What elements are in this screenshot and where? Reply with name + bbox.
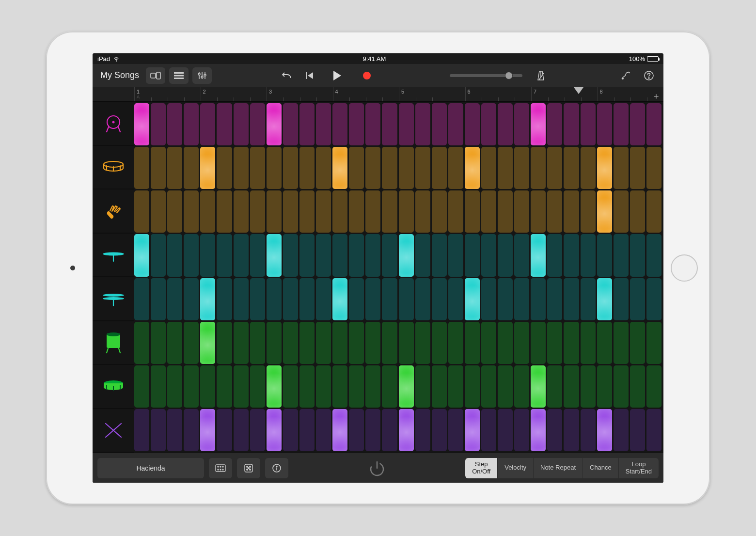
step-cell[interactable] bbox=[365, 103, 380, 145]
step-cell[interactable] bbox=[531, 409, 546, 451]
step-cell[interactable] bbox=[365, 278, 380, 320]
step-cell[interactable] bbox=[234, 365, 249, 408]
volume-slider[interactable] bbox=[445, 67, 527, 84]
step-cell[interactable] bbox=[349, 190, 364, 233]
step-cell[interactable] bbox=[382, 190, 397, 233]
step-cell[interactable] bbox=[514, 190, 529, 233]
step-cell[interactable] bbox=[432, 103, 447, 145]
step-cell[interactable] bbox=[134, 147, 149, 189]
step-cell[interactable] bbox=[184, 322, 199, 364]
mode-tab[interactable]: Note Repeat bbox=[534, 458, 583, 478]
settings-button[interactable] bbox=[616, 67, 635, 84]
step-cell[interactable] bbox=[283, 147, 298, 189]
step-cell[interactable] bbox=[481, 365, 496, 408]
info-button[interactable] bbox=[265, 458, 288, 478]
step-cell[interactable] bbox=[283, 234, 298, 276]
step-cell[interactable] bbox=[365, 190, 380, 233]
step-cell[interactable] bbox=[630, 322, 645, 364]
step-cell[interactable] bbox=[564, 147, 579, 189]
kick-icon[interactable] bbox=[93, 102, 134, 146]
step-cell[interactable] bbox=[151, 322, 166, 364]
step-cell[interactable] bbox=[283, 322, 298, 364]
step-cell[interactable] bbox=[151, 190, 166, 233]
step-cell[interactable] bbox=[217, 234, 232, 276]
step-cell[interactable] bbox=[646, 103, 662, 145]
step-cell[interactable] bbox=[134, 234, 149, 276]
step-cell[interactable] bbox=[399, 409, 414, 451]
step-cell[interactable] bbox=[432, 234, 447, 276]
power-button[interactable] bbox=[363, 455, 391, 482]
step-cell[interactable] bbox=[267, 322, 282, 364]
step-cell[interactable] bbox=[184, 234, 199, 276]
step-cell[interactable] bbox=[564, 409, 579, 451]
step-cell[interactable] bbox=[399, 365, 414, 408]
step-cell[interactable] bbox=[365, 365, 380, 408]
step-cell[interactable] bbox=[267, 278, 282, 320]
step-cell[interactable] bbox=[531, 147, 546, 189]
step-cell[interactable] bbox=[151, 234, 166, 276]
step-cell[interactable] bbox=[614, 234, 629, 276]
step-cell[interactable] bbox=[184, 278, 199, 320]
home-button[interactable] bbox=[671, 254, 698, 282]
step-cell[interactable] bbox=[283, 365, 298, 408]
goto-start-button[interactable] bbox=[300, 67, 320, 84]
mode-tab[interactable]: StepOn/Off bbox=[465, 458, 498, 478]
mode-tab[interactable]: LoopStart/End bbox=[619, 458, 659, 478]
step-cell[interactable] bbox=[514, 365, 529, 408]
step-cell[interactable] bbox=[481, 147, 496, 189]
step-cell[interactable] bbox=[217, 147, 232, 189]
randomize-button[interactable] bbox=[237, 458, 260, 478]
step-cell[interactable] bbox=[597, 103, 612, 145]
step-cell[interactable] bbox=[332, 322, 347, 364]
step-cell[interactable] bbox=[432, 278, 447, 320]
step-cell[interactable] bbox=[597, 147, 612, 189]
step-cell[interactable] bbox=[234, 234, 249, 276]
step-cell[interactable] bbox=[332, 234, 347, 276]
step-cell[interactable] bbox=[267, 190, 282, 233]
step-cell[interactable] bbox=[365, 409, 380, 451]
step-cell[interactable] bbox=[299, 190, 315, 233]
step-cell[interactable] bbox=[448, 409, 463, 451]
step-cell[interactable] bbox=[514, 278, 529, 320]
step-cell[interactable] bbox=[234, 278, 249, 320]
step-cell[interactable] bbox=[531, 103, 546, 145]
step-cell[interactable] bbox=[564, 103, 579, 145]
step-cell[interactable] bbox=[646, 365, 662, 408]
step-cell[interactable] bbox=[299, 365, 315, 408]
step-cell[interactable] bbox=[630, 278, 645, 320]
step-cell[interactable] bbox=[581, 409, 596, 451]
step-cell[interactable] bbox=[498, 234, 513, 276]
mode-tab[interactable]: Chance bbox=[583, 458, 619, 478]
step-cell[interactable] bbox=[167, 409, 182, 451]
step-cell[interactable] bbox=[630, 190, 645, 233]
step-cell[interactable] bbox=[498, 278, 513, 320]
step-cell[interactable] bbox=[365, 147, 380, 189]
step-cell[interactable] bbox=[465, 234, 480, 276]
undo-button[interactable] bbox=[277, 67, 297, 84]
step-cell[interactable] bbox=[267, 103, 282, 145]
step-cell[interactable] bbox=[267, 365, 282, 408]
step-cell[interactable] bbox=[614, 322, 629, 364]
step-cell[interactable] bbox=[465, 322, 480, 364]
step-cell[interactable] bbox=[167, 234, 182, 276]
step-cell[interactable] bbox=[465, 409, 480, 451]
step-cell[interactable] bbox=[299, 103, 315, 145]
step-cell[interactable] bbox=[481, 190, 496, 233]
step-cell[interactable] bbox=[514, 322, 529, 364]
step-cell[interactable] bbox=[134, 365, 149, 408]
step-cell[interactable] bbox=[332, 278, 347, 320]
step-cell[interactable] bbox=[448, 365, 463, 408]
play-button[interactable] bbox=[324, 67, 351, 84]
step-cell[interactable] bbox=[415, 103, 430, 145]
step-cell[interactable] bbox=[167, 103, 182, 145]
step-cell[interactable] bbox=[234, 409, 249, 451]
step-cell[interactable] bbox=[581, 190, 596, 233]
step-cell[interactable] bbox=[151, 103, 166, 145]
step-cell[interactable] bbox=[217, 409, 232, 451]
step-cell[interactable] bbox=[465, 278, 480, 320]
step-cell[interactable] bbox=[630, 365, 645, 408]
step-cell[interactable] bbox=[134, 190, 149, 233]
step-cell[interactable] bbox=[465, 147, 480, 189]
step-cell[interactable] bbox=[564, 190, 579, 233]
pattern-button[interactable] bbox=[209, 458, 232, 478]
